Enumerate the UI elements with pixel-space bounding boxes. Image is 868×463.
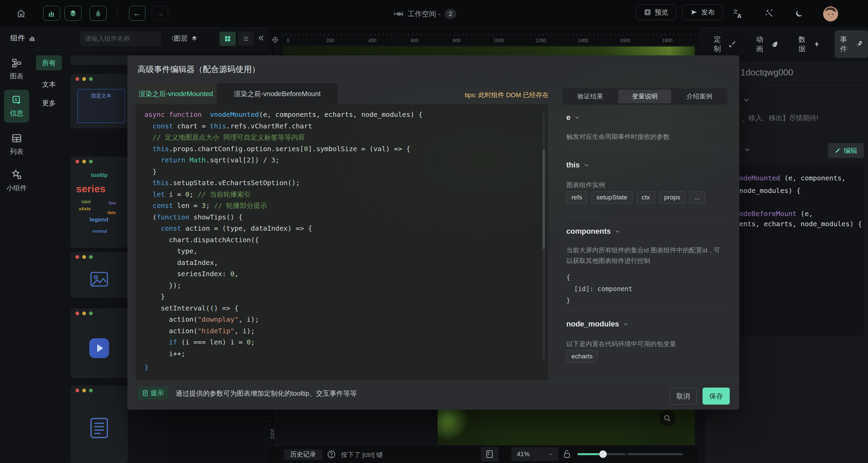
component-card-text[interactable]: 我是文本 bbox=[71, 74, 128, 128]
workspace-label: 工作空间 - bbox=[408, 9, 441, 19]
zoom-slider-notch bbox=[625, 453, 628, 456]
detail-panel-button[interactable] bbox=[481, 447, 498, 462]
ruler-tick-label: 400 bbox=[368, 38, 376, 43]
tab-events[interactable]: 事件 bbox=[835, 30, 868, 58]
category-more[interactable]: 更多 bbox=[36, 95, 62, 110]
canvas-zoom-fab[interactable] bbox=[658, 409, 676, 427]
sidebar-item-info[interactable]: A 信息 bbox=[4, 90, 29, 123]
zoom-select[interactable]: 41% bbox=[511, 447, 559, 461]
org-chart-icon bbox=[11, 57, 22, 68]
category-all[interactable]: 所有 bbox=[36, 55, 62, 70]
layer-list-view-button[interactable] bbox=[238, 32, 254, 46]
tab-label: 事件 bbox=[840, 35, 852, 54]
svg-text:A: A bbox=[14, 97, 17, 102]
sidebar-item-charts[interactable]: 图表 bbox=[0, 57, 33, 81]
section-node-modules[interactable]: node_modules bbox=[566, 320, 628, 328]
collapse-panel-button[interactable] bbox=[256, 33, 265, 43]
notes-icon bbox=[486, 450, 493, 458]
component-card-partial[interactable] bbox=[71, 55, 128, 65]
editor-scrollbar-thumb[interactable] bbox=[543, 149, 545, 249]
section-name: components bbox=[566, 227, 611, 236]
component-card-image[interactable] bbox=[71, 252, 128, 298]
wordcloud-word: series bbox=[76, 183, 106, 195]
bar-chart-icon bbox=[48, 9, 56, 17]
tab-vnode-mounted[interactable]: 渲染之后-vnodeMounted bbox=[136, 83, 216, 104]
ruler-tick-label: 1600 bbox=[620, 38, 630, 43]
home-button[interactable] bbox=[13, 5, 29, 22]
sidebar-item-label: 图表 bbox=[10, 72, 23, 81]
left-panel-header: 组件 图层 bbox=[0, 28, 268, 50]
layers-small-icon bbox=[191, 35, 198, 42]
wordcloud-word: data bbox=[107, 210, 116, 215]
edit-event-button[interactable]: 编辑 bbox=[828, 143, 864, 158]
tab-variable-docs[interactable]: 变量说明 bbox=[618, 90, 672, 103]
layer-grid-view-button[interactable] bbox=[219, 32, 236, 46]
layers-header: 图层 bbox=[174, 34, 198, 43]
save-button[interactable]: 保存 bbox=[703, 388, 730, 405]
variable-chip: ... bbox=[689, 191, 705, 203]
ruler-corner[interactable] bbox=[268, 33, 282, 46]
layers-icon bbox=[69, 9, 77, 17]
sidebar-item-label: 列表 bbox=[10, 147, 23, 156]
component-card-list[interactable] bbox=[71, 386, 128, 463]
modal-title: 高级事件编辑器（配合源码使用） bbox=[138, 64, 260, 75]
workspace-count-badge[interactable]: 2 bbox=[445, 9, 456, 19]
tab-vnode-before-mount[interactable]: 渲染之前-vnodeBeforeMount bbox=[217, 83, 338, 104]
tab-examples[interactable]: 介绍案例 bbox=[673, 90, 726, 103]
components-title-label: 组件 bbox=[10, 33, 25, 43]
section-components[interactable]: components bbox=[566, 227, 620, 236]
tip-badge: 提示 bbox=[138, 387, 169, 399]
crosshair-eye-icon bbox=[271, 36, 279, 43]
ruler-tick-label: 1000 bbox=[493, 38, 504, 43]
fish-icon bbox=[393, 10, 404, 18]
node-modules-chips: echarts bbox=[566, 350, 598, 362]
cancel-button[interactable]: 取消 bbox=[670, 388, 697, 405]
home-icon bbox=[16, 9, 26, 18]
video-play-icon bbox=[71, 320, 128, 376]
undo-button[interactable]: ← bbox=[129, 6, 145, 21]
section-e[interactable]: e bbox=[566, 113, 580, 122]
text-sample-box: 我是文本 bbox=[77, 89, 125, 123]
redo-button[interactable]: → bbox=[152, 6, 168, 21]
publish-button[interactable]: 发布 bbox=[682, 4, 723, 20]
zoom-slider-thumb[interactable] bbox=[599, 450, 607, 458]
code-editor[interactable]: async function vnodeMounted(e, component… bbox=[136, 104, 548, 380]
ruler-tick-label: 800 bbox=[453, 38, 460, 43]
canvas-content-top[interactable] bbox=[283, 47, 695, 55]
component-card-video[interactable] bbox=[71, 308, 128, 378]
tools-icon bbox=[729, 40, 736, 48]
help-icon[interactable] bbox=[327, 450, 336, 459]
sidebar-item-widgets[interactable]: 小组件 bbox=[0, 169, 33, 193]
canvas-content-bottom[interactable] bbox=[438, 410, 695, 445]
history-button[interactable]: 历史记录 bbox=[284, 449, 322, 460]
variable-chip: setupState bbox=[591, 191, 633, 203]
search-input[interactable] bbox=[85, 35, 168, 42]
chevron-down-icon[interactable] bbox=[744, 146, 751, 153]
theme-drop-button[interactable] bbox=[90, 6, 107, 21]
tab-validation-result[interactable]: 验证结果 bbox=[564, 90, 617, 103]
user-avatar[interactable] bbox=[823, 6, 838, 21]
section-this[interactable]: this bbox=[566, 161, 589, 170]
tab-customize[interactable]: 定制 bbox=[708, 30, 742, 58]
section-name: e bbox=[566, 113, 570, 122]
sidebar-item-list[interactable]: 列表 bbox=[0, 133, 33, 156]
document-icon bbox=[142, 390, 148, 396]
chart-mode-button[interactable] bbox=[43, 6, 60, 21]
code-lines[interactable]: async function vnodeMounted(e, component… bbox=[144, 109, 538, 360]
tab-animation[interactable]: 动画 bbox=[750, 30, 784, 58]
lock-icon[interactable] bbox=[563, 449, 571, 459]
ruler-tick-label: 0 bbox=[287, 38, 289, 43]
layers-mode-button[interactable] bbox=[65, 6, 82, 21]
zoom-slider[interactable] bbox=[578, 453, 683, 455]
category-text[interactable]: 文本 bbox=[36, 77, 62, 92]
docs-tabs: 验证结果 变量说明 介绍案例 bbox=[562, 88, 727, 105]
magic-wand-button[interactable] bbox=[762, 7, 777, 20]
chevron-down-icon[interactable] bbox=[743, 96, 750, 103]
dark-mode-button[interactable] bbox=[792, 7, 807, 20]
window-dots bbox=[75, 77, 93, 81]
language-button[interactable]: 文A bbox=[730, 7, 745, 20]
tab-data[interactable]: 数据 bbox=[793, 30, 826, 58]
preview-button[interactable]: 预览 bbox=[636, 4, 676, 20]
toolbar-divider bbox=[117, 7, 118, 20]
component-card-wordcloud[interactable]: tooltipseriesxAxislinelabellegenddatanor… bbox=[71, 157, 128, 248]
